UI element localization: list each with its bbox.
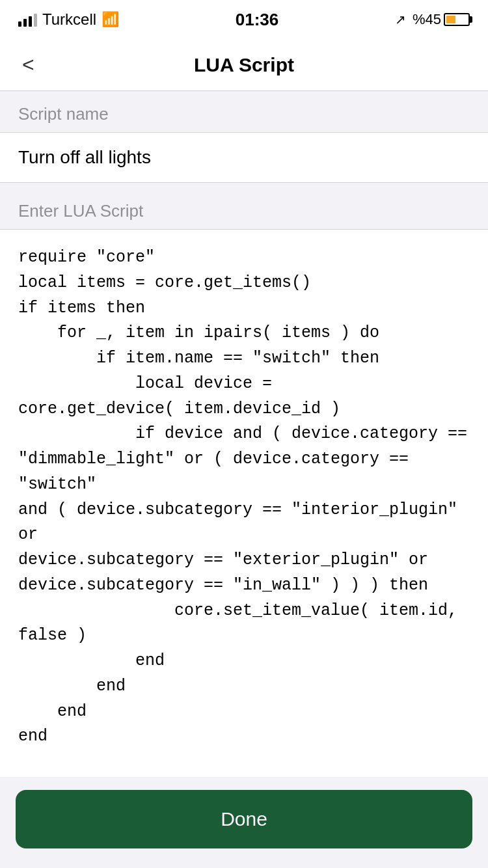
status-right: ↗ %45	[395, 11, 470, 28]
script-name-field[interactable]: Turn off all lights	[0, 132, 488, 183]
script-name-section: Script name Turn off all lights	[0, 91, 488, 183]
battery-fill	[446, 16, 455, 23]
page-title: LUA Script	[194, 54, 294, 76]
back-button[interactable]: <	[16, 46, 41, 83]
signal-icon	[18, 12, 37, 27]
script-name-label: Script name	[0, 91, 488, 132]
done-button[interactable]: Done	[16, 790, 472, 848]
battery-icon	[444, 13, 470, 26]
carrier-label: Turkcell	[42, 10, 96, 29]
nav-bar: < LUA Script	[0, 39, 488, 91]
location-icon: ↗	[395, 12, 406, 27]
lua-script-label: Enter LUA Script	[0, 183, 488, 229]
status-bar: Turkcell 📶 01:36 ↗ %45	[0, 0, 488, 39]
battery-percent: %45	[413, 11, 441, 28]
script-content[interactable]: require "core" local items = core.get_it…	[18, 245, 470, 750]
status-left: Turkcell 📶	[18, 10, 119, 29]
wifi-icon: 📶	[102, 11, 119, 28]
battery-container: %45	[413, 11, 470, 28]
script-area[interactable]: require "core" local items = core.get_it…	[0, 229, 488, 777]
done-button-container: Done	[0, 777, 488, 868]
clock: 01:36	[236, 10, 279, 30]
